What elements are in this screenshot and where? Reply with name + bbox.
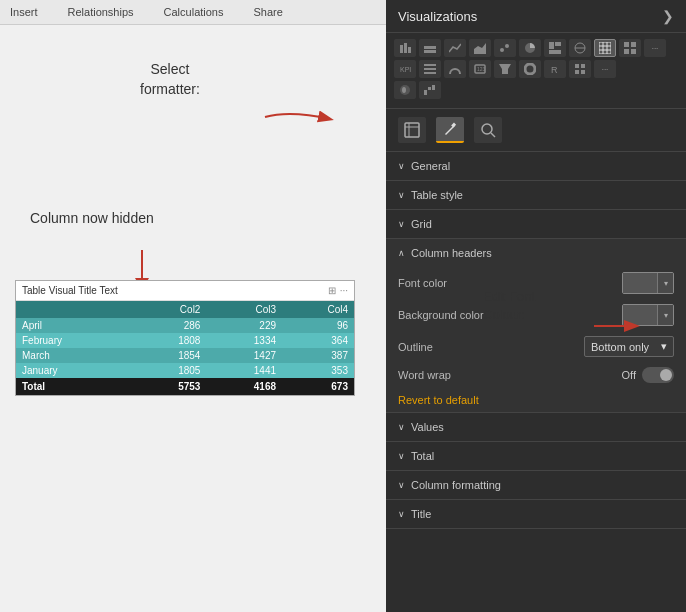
svg-rect-36 xyxy=(581,70,585,74)
viz-icon-map[interactable] xyxy=(569,39,591,57)
viz-icon-treemap[interactable] xyxy=(544,39,566,57)
section-grid-label: Grid xyxy=(411,218,432,230)
word-wrap-thumb xyxy=(660,369,672,381)
svg-rect-2 xyxy=(400,45,403,53)
section-total-header[interactable]: ∨ Total xyxy=(386,442,686,470)
viz-icon-pie[interactable] xyxy=(519,39,541,57)
section-total-chevron-icon: ∨ xyxy=(398,451,405,461)
viz-icon-custom[interactable] xyxy=(569,60,591,78)
svg-point-46 xyxy=(482,124,492,134)
icon-row-1: ··· xyxy=(394,39,678,57)
svg-rect-20 xyxy=(624,42,629,47)
nav-calculations[interactable]: Calculations xyxy=(164,6,224,18)
revert-default-link[interactable]: Revert to default xyxy=(386,388,686,412)
resize-icon[interactable]: ⊞ xyxy=(328,285,336,296)
font-color-chevron-icon: ▾ xyxy=(657,273,673,293)
svg-line-47 xyxy=(491,133,495,137)
viz-icon-gauge[interactable] xyxy=(444,60,466,78)
viz-icon-donut[interactable] xyxy=(519,60,541,78)
section-general-label: General xyxy=(411,160,450,172)
font-color-swatch[interactable]: ▾ xyxy=(622,272,674,294)
viz-icon-filled-map[interactable] xyxy=(394,81,416,99)
viz-icon-r[interactable]: R xyxy=(544,60,566,78)
left-panel: Insert Relationships Calculations Share … xyxy=(0,0,386,612)
icon-row-3 xyxy=(394,81,678,99)
viz-icon-stacked-bar[interactable] xyxy=(394,39,416,57)
table-visual: Table Visual Title Text ⊞ ··· Col2 Col3 … xyxy=(15,280,355,396)
viz-icon-slicer[interactable] xyxy=(419,60,441,78)
section-table-style-chevron-icon: ∨ xyxy=(398,190,405,200)
analytics-tab[interactable] xyxy=(474,117,502,143)
section-general-header[interactable]: ∨ General xyxy=(386,152,686,180)
section-col-formatting-header[interactable]: ∨ Column formatting xyxy=(386,471,686,499)
viz-icon-card[interactable]: 123 xyxy=(469,60,491,78)
nav-relationships[interactable]: Relationships xyxy=(68,6,134,18)
cell-0-3: 96 xyxy=(282,318,354,333)
viz-icon-line[interactable] xyxy=(444,39,466,57)
fields-tab[interactable] xyxy=(398,117,426,143)
nav-share[interactable]: Share xyxy=(253,6,282,18)
cell-0-1: 286 xyxy=(131,318,207,333)
panel-chevron-right-icon[interactable]: ❯ xyxy=(662,8,674,24)
cell-2-1: 1854 xyxy=(131,348,207,363)
section-title-chevron-icon: ∨ xyxy=(398,509,405,519)
col-header-3: Col4 xyxy=(282,301,354,318)
section-col-formatting-label: Column formatting xyxy=(411,479,501,491)
outline-dropdown[interactable]: Bottom only ▾ xyxy=(584,336,674,357)
section-values-header[interactable]: ∨ Values xyxy=(386,413,686,441)
svg-rect-15 xyxy=(599,42,611,54)
svg-rect-4 xyxy=(408,47,411,53)
viz-icon-table[interactable] xyxy=(594,39,616,57)
word-wrap-toggle[interactable] xyxy=(642,367,674,383)
prop-word-wrap-control: Off xyxy=(622,367,674,383)
section-column-headers-header[interactable]: ∧ Column headers xyxy=(386,239,686,267)
cell-2-2: 1427 xyxy=(206,348,282,363)
viz-icon-funnel[interactable] xyxy=(494,60,516,78)
svg-rect-27 xyxy=(424,72,436,74)
footer-0: Total xyxy=(16,378,131,395)
table-visual-header: Table Visual Title Text ⊞ ··· xyxy=(16,281,354,301)
viz-icon-matrix[interactable] xyxy=(619,39,641,57)
viz-icon-bar[interactable] xyxy=(419,39,441,57)
bg-color-swatch[interactable]: ▾ xyxy=(622,304,674,326)
format-tab[interactable] xyxy=(436,117,464,143)
section-table-style-header[interactable]: ∨ Table style xyxy=(386,181,686,209)
cell-3-3: 353 xyxy=(282,363,354,378)
section-title-header[interactable]: ∨ Title xyxy=(386,500,686,528)
section-table-style-label: Table style xyxy=(411,189,463,201)
viz-icon-kpi[interactable]: KPI xyxy=(394,60,416,78)
more-icon[interactable]: ··· xyxy=(340,285,348,296)
svg-rect-42 xyxy=(405,123,419,137)
section-grid-chevron-icon: ∨ xyxy=(398,219,405,229)
svg-point-38 xyxy=(402,87,406,93)
svg-rect-3 xyxy=(404,43,407,53)
viz-icon-area[interactable] xyxy=(469,39,491,57)
svg-rect-23 xyxy=(631,49,636,54)
prop-font-color-control: ▾ xyxy=(622,272,674,294)
cell-0-0: April xyxy=(16,318,131,333)
table-visual-title: Table Visual Title Text xyxy=(22,285,118,296)
viz-icon-scatter[interactable] xyxy=(494,39,516,57)
section-table-style: ∨ Table style xyxy=(386,181,686,210)
svg-rect-26 xyxy=(424,68,436,70)
svg-rect-33 xyxy=(575,64,579,68)
section-col-formatting: ∨ Column formatting xyxy=(386,471,686,500)
footer-3: 673 xyxy=(282,378,354,395)
nav-insert[interactable]: Insert xyxy=(10,6,38,18)
cell-2-0: March xyxy=(16,348,131,363)
svg-marker-7 xyxy=(474,43,486,54)
prop-outline: Outline Bottom only ▾ xyxy=(386,331,686,362)
table-row: April 286 229 96 xyxy=(16,318,354,333)
viz-icon-waterfall[interactable] xyxy=(419,81,441,99)
viz-icon-ellipsis[interactable]: ··· xyxy=(594,60,616,78)
section-grid-header[interactable]: ∨ Grid xyxy=(386,210,686,238)
cell-1-2: 1334 xyxy=(206,333,282,348)
viz-icon-more[interactable]: ··· xyxy=(644,39,666,57)
properties-list: ∨ General ∨ Table style ∨ Grid ∧ Column … xyxy=(386,152,686,612)
svg-point-9 xyxy=(505,44,509,48)
panel-title: Visualizations xyxy=(398,9,477,24)
prop-word-wrap: Word wrap Off xyxy=(386,362,686,388)
annotation-formatter: Selectformatter: xyxy=(140,60,200,99)
svg-rect-21 xyxy=(631,42,636,47)
prop-bg-color-control: ▾ xyxy=(622,304,674,326)
